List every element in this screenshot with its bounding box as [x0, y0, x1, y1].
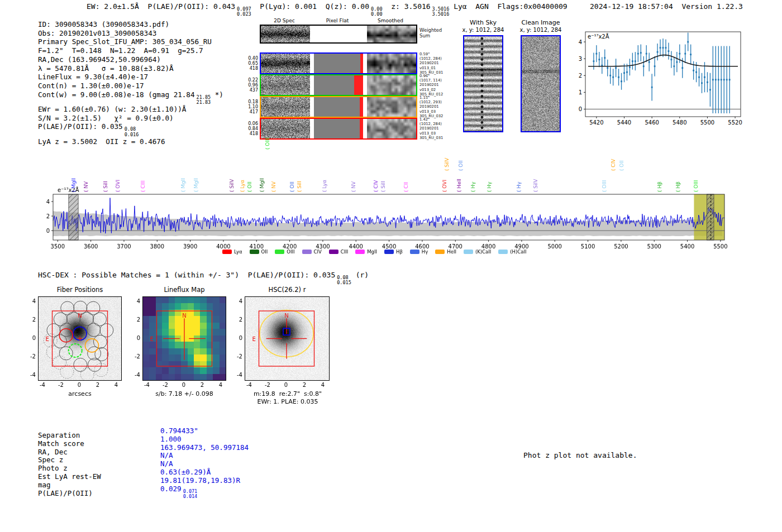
report-version: Version 1.22.3: [681, 2, 743, 11]
svg-text:( MgII: ( MgII: [259, 178, 265, 192]
info-line: ID: 3090058343 (3090058343.pdf): [38, 20, 223, 29]
svg-text:5000: 5000: [548, 243, 562, 250]
with-sky-canvas: [464, 36, 502, 131]
match-row-label: P(LAE)/P(OII): [38, 490, 101, 498]
info-line: S/N = 3.2(±1.5) χ² = 0.9(±0.0): [38, 114, 223, 123]
match-row-value: 19.81(19.78,19.83)R: [160, 477, 249, 485]
with-sky-title: With Sky x, y: 1012, 284: [450, 19, 517, 33]
legend-item: Hβ: [384, 249, 403, 255]
svg-text:4: 4: [46, 199, 50, 205]
svg-text:( CII: ( CII: [403, 182, 409, 192]
svg-text:0: 0: [46, 228, 50, 234]
info-line: Cont(n) = 1.30(±0.00)e-17: [38, 82, 223, 90]
y-tick-label: 0: [233, 335, 242, 341]
lineflux-xlabel: s/b: 7.18 +/- 0.098: [134, 390, 235, 397]
match-table-values: 0.794433"1.000163.969473, 50.997184N/AN/…: [160, 427, 249, 499]
line-marker: ( HeII: [456, 179, 462, 192]
legend-label: Hγ: [422, 249, 428, 255]
x-tick-label: 0: [177, 382, 190, 388]
spec2d-row: [260, 96, 417, 118]
line-marker: ( CII: [403, 182, 409, 192]
clean-image-title: Clean Image x, y: 1012, 284: [507, 19, 574, 33]
fiber-positions-overlay: NE: [39, 297, 121, 380]
match-row-label: RA, Dec: [38, 448, 101, 457]
svg-text:( OVI: ( OVI: [442, 180, 447, 192]
spec2d-row: [260, 74, 417, 96]
x-tick-label: -4: [36, 382, 49, 388]
photz-note: Phot z plot not available.: [523, 451, 637, 459]
spec2d-row-annotation: 1.15"(1012, 293)20190201v013_03305_RU_03…: [419, 95, 447, 118]
svg-text:( HeII: ( HeII: [456, 179, 462, 192]
legend-label: CIV: [314, 249, 322, 255]
clean-image-canvas: [522, 36, 560, 131]
legend-item: OII: [250, 249, 268, 255]
y-tick-label: 2: [233, 317, 242, 323]
hsc-dex-match-summary: HSC-DEX : Possible Matches = 1 (within +…: [38, 271, 369, 285]
match-row-value: 0.794433": [160, 427, 249, 435]
lineflux-map-panel: NE: [142, 296, 226, 381]
line-marker: ( NV: [83, 181, 89, 192]
y-tick-label: 2: [131, 317, 140, 323]
svg-text:3600: 3600: [84, 243, 98, 250]
legend-swatch: [222, 250, 232, 254]
line-marker: ( Hγ: [470, 181, 476, 192]
svg-text:( OVI: ( OVI: [115, 180, 121, 192]
spec2d-row-annotation: 0.96"(1017, 114)20190201v013_02305_RU_01…: [419, 74, 447, 97]
svg-text:( Hγ: ( Hγ: [516, 181, 522, 192]
svg-text:( OII: ( OII: [619, 160, 624, 171]
line-marker: ( OVI: [442, 180, 447, 192]
pixel-flat-strip: [314, 97, 363, 117]
line-marker: ( CIV: [611, 159, 616, 171]
legend-item: (H)CaII: [498, 249, 526, 255]
north-label: N: [78, 313, 82, 319]
svg-text:( MgII: ( MgII: [71, 178, 77, 192]
legend-item: MgII: [355, 249, 377, 255]
svg-text:2: 2: [579, 73, 582, 79]
hsc-cutout-panel: NE: [245, 296, 330, 381]
match-row-value: 0.0290.0710.014: [160, 485, 249, 499]
legend-item: CIV: [302, 249, 322, 255]
header-datetime: 2024-12-19 18:57:04 Version 1.22.3: [590, 2, 743, 11]
svg-text:( SiIV: ( SiIV: [533, 179, 538, 192]
svg-text:( SiIV: ( SiIV: [229, 179, 235, 192]
east-label: E: [150, 336, 154, 342]
x-tick-label: 0: [279, 382, 293, 388]
y-tick-label: -4: [131, 372, 140, 378]
svg-text:1: 1: [579, 89, 582, 95]
match-row-label: mag: [38, 481, 101, 490]
svg-text:( OIII: ( OIII: [693, 180, 699, 192]
svg-text:( OII: ( OII: [289, 181, 295, 192]
legend-item: (K)CaII: [464, 249, 491, 255]
svg-text:( OII: ( OII: [247, 181, 252, 192]
col-header-pixelflat: Pixel Flat: [312, 18, 363, 23]
legend-item: Lyα: [222, 249, 242, 255]
legend-swatch: [275, 250, 284, 254]
line-marker: ( Lyα: [240, 180, 245, 192]
svg-text:5520: 5520: [728, 119, 742, 126]
detection-info-block: ID: 3090058343 (3090058343.pdf)Obs: 2019…: [38, 20, 223, 146]
match-row-value: 0.63(±0.29)Å: [160, 468, 249, 477]
line-marker: ( CIII: [140, 180, 146, 192]
line-marker: ( Hβ: [657, 181, 662, 192]
match-row-label: Separation: [38, 432, 101, 440]
gaussian-fit-zoom-chart: 01234542054405460548055005520e⁻¹⁷x2Å: [570, 25, 754, 128]
report-datetime: 2024-12-19 18:57:04: [590, 2, 673, 11]
line-marker: ( Hγ: [487, 181, 492, 192]
clean-image-coords: x, y: 1012, 284: [507, 26, 574, 33]
svg-text:( NV: ( NV: [351, 181, 356, 192]
pixel-flat-flag: [360, 54, 363, 73]
legend-item: OIII: [275, 249, 294, 255]
line-marker: ( SiIV: [444, 157, 450, 171]
svg-text:3800: 3800: [150, 243, 164, 250]
svg-text:5400: 5400: [680, 243, 694, 250]
svg-text:5460: 5460: [645, 119, 659, 126]
legend-swatch: [355, 250, 365, 254]
y-tick-label: -2: [27, 353, 36, 360]
y-tick-label: -2: [131, 353, 140, 360]
x-tick-label: -2: [54, 382, 68, 388]
match-row-value: 1.000: [160, 435, 249, 444]
line-marker: ( OIII: [602, 180, 607, 192]
with-sky-coords: x, y: 1012, 284: [450, 26, 517, 33]
spec2d-row: [260, 25, 417, 44]
svg-text:5200: 5200: [614, 243, 628, 250]
